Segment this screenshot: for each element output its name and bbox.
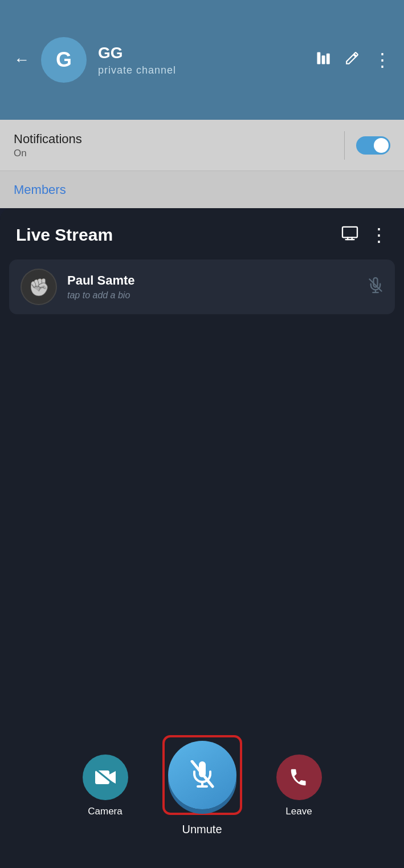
- participant-row[interactable]: ✊ Paul Samte tap to add a bio: [9, 259, 395, 314]
- back-button[interactable]: ←: [14, 51, 30, 69]
- participant-name: Paul Samte: [67, 273, 368, 288]
- participant-info: Paul Samte tap to add a bio: [67, 273, 368, 301]
- svg-point-8: [22, 270, 56, 304]
- members-section: Members: [0, 171, 404, 208]
- svg-rect-0: [317, 52, 321, 64]
- notifications-label: Notifications: [14, 132, 333, 147]
- live-stream-panel: Live Stream ⋮ ✊ Paul Samte ta: [0, 208, 404, 868]
- svg-rect-1: [322, 55, 325, 64]
- live-stream-title: Live Stream: [16, 225, 113, 245]
- notifications-info: Notifications On: [14, 132, 333, 159]
- unmute-border: [162, 735, 242, 815]
- poll-icon[interactable]: [315, 50, 331, 70]
- notifications-bar: Notifications On: [0, 120, 404, 171]
- svg-rect-2: [327, 54, 330, 64]
- channel-avatar: G: [41, 37, 87, 83]
- participant-avatar: ✊: [21, 269, 57, 305]
- edit-icon[interactable]: [345, 51, 360, 69]
- leave-label: Leave: [285, 806, 312, 817]
- svg-text:✊: ✊: [29, 278, 49, 297]
- screen-share-icon[interactable]: [341, 226, 358, 245]
- leave-button[interactable]: Leave: [276, 755, 322, 817]
- channel-info: GG private channel: [98, 44, 315, 76]
- channel-name: GG: [98, 44, 315, 62]
- bottom-controls: Camera Unmute: [0, 735, 404, 845]
- camera-button[interactable]: Camera: [83, 755, 128, 817]
- unmute-button[interactable]: Unmute: [162, 735, 242, 836]
- live-stream-icons: ⋮: [341, 224, 388, 246]
- members-label[interactable]: Members: [14, 182, 66, 197]
- svg-rect-3: [342, 226, 357, 237]
- notifications-divider: [344, 131, 345, 160]
- unmute-label: Unmute: [182, 823, 222, 836]
- live-stream-more-icon[interactable]: ⋮: [370, 224, 388, 246]
- controls-row: Camera Unmute: [83, 735, 322, 836]
- unmute-circle: [168, 741, 236, 809]
- header-action-icons: ⋮: [315, 49, 390, 71]
- channel-header: ← G GG private channel ⋮: [0, 0, 404, 120]
- notifications-status: On: [14, 148, 333, 159]
- leave-circle: [276, 755, 322, 800]
- camera-label: Camera: [88, 806, 122, 817]
- participant-bio: tap to add a bio: [67, 290, 368, 301]
- notifications-toggle[interactable]: [356, 136, 390, 155]
- participant-mute-icon: [368, 277, 383, 297]
- more-options-icon[interactable]: ⋮: [373, 49, 390, 71]
- camera-circle: [83, 755, 128, 800]
- channel-type: private channel: [98, 64, 315, 76]
- live-stream-header: Live Stream ⋮: [0, 208, 404, 255]
